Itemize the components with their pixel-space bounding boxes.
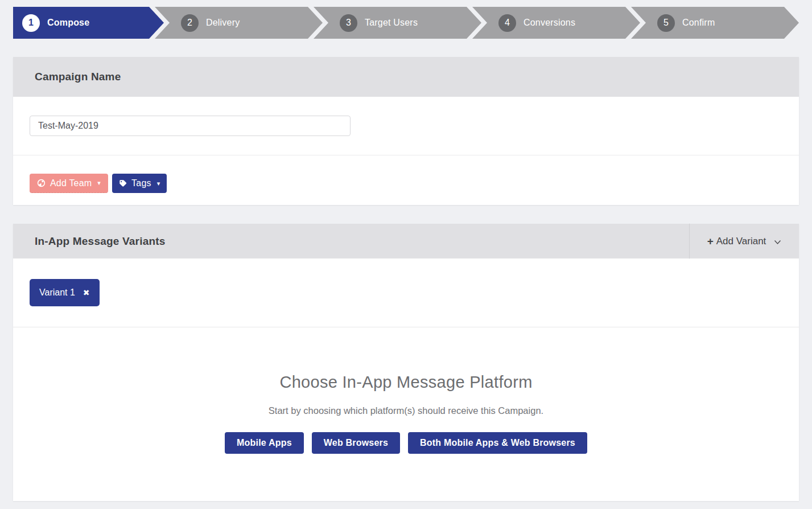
platform-buttons-row: Mobile Apps Web Browsers Both Mobile App…: [13, 432, 799, 454]
variants-header: In-App Message Variants + Add Variant: [13, 224, 799, 258]
platform-heading: Choose In-App Message Platform: [13, 373, 799, 392]
step-target-users[interactable]: 3 Target Users: [314, 7, 481, 39]
campaign-name-header: Campaign Name: [13, 57, 799, 97]
add-team-label: Add Team: [50, 178, 92, 188]
variant-label: Variant 1: [39, 288, 75, 298]
campaign-name-title: Campaign Name: [13, 71, 121, 83]
step-number-badge: 4: [498, 14, 516, 32]
both-platforms-button[interactable]: Both Mobile Apps & Web Browsers: [408, 432, 587, 454]
step-number-badge: 2: [181, 14, 199, 32]
step-compose[interactable]: 1 Compose: [13, 7, 164, 39]
step-confirm[interactable]: 5 Confirm: [631, 7, 799, 39]
team-globe-icon: [37, 179, 46, 187]
add-variant-button[interactable]: + Add Variant: [689, 224, 799, 258]
remove-variant-icon[interactable]: ✖: [83, 288, 90, 297]
tags-button[interactable]: Tags ▾: [112, 174, 167, 193]
variants-title: In-App Message Variants: [13, 235, 166, 248]
step-label: Confirm: [682, 18, 715, 28]
add-variant-label: Add Variant: [716, 236, 766, 247]
platform-subheading: Start by choosing which platform(s) shou…: [13, 405, 799, 416]
variant-1-tab[interactable]: Variant 1 ✖: [30, 279, 100, 306]
chevron-down-icon: [774, 240, 781, 245]
variant-tabs-row: Variant 1 ✖: [13, 258, 799, 327]
add-team-button[interactable]: Add Team ▾: [30, 174, 108, 193]
tags-label: Tags: [131, 178, 151, 188]
mobile-apps-button[interactable]: Mobile Apps: [225, 432, 304, 454]
step-label: Target Users: [365, 18, 418, 28]
step-conversions[interactable]: 4 Conversions: [472, 7, 640, 39]
platform-chooser: Choose In-App Message Platform Start by …: [13, 327, 799, 501]
caret-down-icon: ▾: [157, 180, 160, 187]
variants-panel: In-App Message Variants + Add Variant Va…: [13, 224, 799, 501]
step-number-badge: 1: [22, 14, 40, 32]
caret-down-icon: ▾: [97, 180, 101, 186]
campaign-wizard-stepper: 1 Compose 2 Delivery 3 Target Users 4 Co…: [13, 7, 799, 39]
step-number-badge: 5: [657, 14, 675, 32]
campaign-name-input-row: [13, 97, 799, 155]
campaign-name-panel: Campaign Name Add Team ▾ Tag: [13, 57, 799, 205]
tag-icon: [119, 179, 127, 187]
campaign-actions-row: Add Team ▾ Tags ▾: [13, 155, 799, 205]
web-browsers-button[interactable]: Web Browsers: [312, 432, 400, 454]
step-number-badge: 3: [340, 14, 357, 32]
step-delivery[interactable]: 2 Delivery: [155, 7, 323, 39]
step-label: Conversions: [524, 18, 575, 28]
campaign-name-input[interactable]: [30, 116, 351, 136]
step-label: Compose: [47, 18, 89, 28]
plus-icon: +: [707, 235, 714, 248]
step-label: Delivery: [206, 18, 240, 28]
